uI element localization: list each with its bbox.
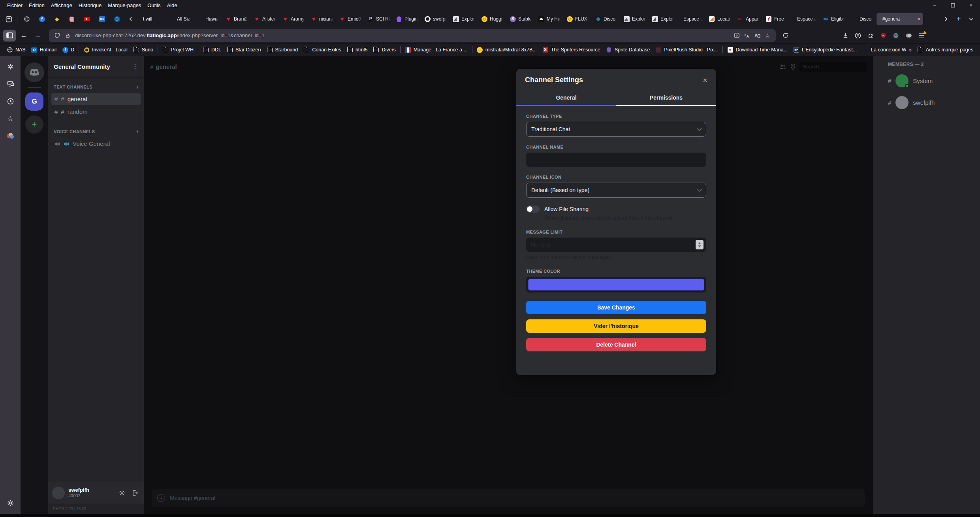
channel-name-input[interactable] (526, 153, 706, 167)
kebab-icon[interactable]: ⋮ (132, 63, 138, 70)
bookmark-item[interactable]: ☺mistralai/Mixtral-8x7B... (474, 45, 540, 55)
settings-gear-icon[interactable] (117, 488, 127, 498)
pinned-tab-worm[interactable] (66, 13, 78, 25)
tab[interactable]: t will (137, 13, 166, 25)
downloads-icon[interactable] (839, 30, 852, 42)
reader-icon[interactable]: A? (752, 30, 762, 41)
tab-close-icon[interactable]: × (917, 16, 920, 22)
theme-color-input[interactable] (526, 277, 706, 292)
bookmark-item[interactable]: EFL'Encyclopédie Fantast... (790, 45, 860, 55)
menu-fichier[interactable]: Fichier (4, 1, 26, 9)
theme-color-swatch[interactable] (528, 279, 704, 291)
url-bar[interactable]: discord-like-php-chat-7262.dev.flatlogic… (49, 29, 776, 42)
add-channel-button[interactable]: + (136, 84, 139, 90)
new-tab-button[interactable]: + (952, 13, 965, 25)
tab[interactable]: Espace abo (791, 13, 820, 25)
server-icon-active[interactable]: G (25, 92, 43, 111)
pinned-tab-facebook[interactable]: f (36, 13, 48, 25)
color-circles-icon[interactable] (4, 130, 17, 142)
modal-tab-permissions[interactable]: Permissions (616, 90, 716, 105)
bookmark-item[interactable]: SThe Spriters Resource (540, 45, 603, 55)
pinned-tab-dsm[interactable]: DSM (96, 13, 108, 25)
tab[interactable]: ☺Huggi (478, 13, 507, 25)
member-row-system[interactable]: #System (888, 74, 980, 87)
tab[interactable]: ♥Aromy (279, 13, 308, 25)
bookmark-star-icon[interactable]: ☆ (762, 30, 773, 41)
bookmark-item[interactable]: InvokeAI - Local (81, 45, 130, 55)
bookmark-folder[interactable]: Star Citizen (224, 45, 264, 55)
bookmark-item[interactable]: Mariage - La France à ... (402, 45, 470, 55)
tab[interactable]: SStable (507, 13, 535, 25)
bookmark-folder[interactable]: Divers (370, 45, 398, 55)
close-icon[interactable]: × (703, 76, 707, 84)
sidebar-toggle-icon[interactable] (3, 30, 16, 42)
pinned-tab-diamond[interactable]: ◆ (51, 13, 63, 25)
pinned-tab-youtube[interactable]: ▶ (81, 13, 93, 25)
menu-aide[interactable]: Aide (164, 1, 180, 9)
menu-marquepages[interactable]: Marque-pages (105, 1, 144, 9)
bookmark-item[interactable]: NAS (4, 45, 28, 55)
tab[interactable]: ♥Emie0 (336, 13, 365, 25)
tab[interactable]: fFree : (763, 13, 791, 25)
pinned-tab-globe[interactable] (21, 13, 33, 25)
chevron-left-icon[interactable] (124, 13, 137, 25)
member-row-swefpifh[interactable]: #swefpifh (888, 96, 980, 109)
bookmark-item[interactable]: ♥Download Time Mana... (724, 45, 790, 55)
tab[interactable]: Discor (848, 13, 877, 25)
tab[interactable]: Explor (450, 13, 478, 25)
tab[interactable]: ♥niciara (308, 13, 336, 25)
history-clock-icon[interactable] (4, 96, 17, 107)
channel-type-select[interactable]: Traditional Chat (526, 122, 706, 137)
tab[interactable]: ☺FLUX.2 (564, 13, 592, 25)
reload-icon[interactable] (779, 30, 792, 42)
bookmark-folder[interactable]: Conan Exiles (301, 45, 344, 55)
tab[interactable]: Explor (621, 13, 649, 25)
bookmark-folder[interactable]: DDL (200, 45, 224, 55)
bookmarks-star-icon[interactable]: ☆ (4, 113, 17, 124)
tab-active[interactable]: #genera× (877, 13, 923, 25)
tab[interactable]: Locati (706, 13, 734, 25)
menu-icon[interactable] (915, 30, 927, 42)
screen-share-icon[interactable] (4, 78, 17, 89)
lock-icon[interactable] (62, 30, 73, 41)
bookmark-folder[interactable]: Suno (130, 45, 156, 55)
pinned-tab-swirl[interactable]: Ɔ (111, 13, 123, 25)
server-header[interactable]: General Community ⋮ (48, 56, 144, 77)
bookmark-item[interactable]: PixelPlush Studio - Pix... (653, 45, 720, 55)
tab[interactable]: All Siz (166, 13, 194, 25)
tab[interactable]: Hawai (194, 13, 222, 25)
channel-random[interactable]: ##random (51, 106, 141, 118)
minimize-icon[interactable]: – (925, 0, 944, 10)
vider-l-historique-button[interactable]: Vider l'historique (526, 319, 706, 333)
bookmark-folder[interactable]: Starbound (264, 45, 301, 55)
tab[interactable]: Explor (649, 13, 677, 25)
channel-icon-select[interactable]: Default (Based on type) (526, 183, 706, 198)
message-limit-input[interactable]: No limit (526, 238, 706, 252)
extensions-icon[interactable] (864, 30, 877, 42)
tab[interactable]: swefpi (421, 13, 450, 25)
ublock-icon[interactable]: uO (877, 30, 890, 42)
mask-extension-icon[interactable] (890, 30, 902, 42)
other-bookmarks-folder[interactable]: Autres marque-pages (914, 45, 976, 55)
menu-historique[interactable]: Historique (75, 1, 105, 9)
logout-icon[interactable] (130, 488, 140, 498)
tab[interactable]: ♥Alister (251, 13, 279, 25)
url-text[interactable]: discord-like-php-chat-7262.dev.flatlogic… (75, 32, 732, 38)
bookmark-item[interactable]: OHotmail (28, 45, 59, 55)
bookmark-folder[interactable]: Projet WH (160, 45, 196, 55)
firefox-view-icon[interactable] (2, 13, 15, 25)
containers-icon[interactable] (902, 30, 915, 42)
discord-logo-icon[interactable] (24, 62, 44, 82)
tab[interactable]: SLAppar (734, 13, 763, 25)
bookmark-item[interactable]: Sprite Database (603, 45, 653, 55)
tab[interactable]: Espace clie (677, 13, 706, 25)
add-channel-button[interactable]: + (136, 128, 139, 135)
tab[interactable]: Plugin (393, 13, 421, 25)
file-sharing-toggle[interactable] (526, 206, 540, 213)
bookmark-item[interactable]: fD (59, 45, 77, 55)
back-icon[interactable]: ← (17, 30, 30, 42)
modal-tab-general[interactable]: General (516, 90, 616, 105)
save-changes-button[interactable]: Save Changes (526, 301, 706, 314)
tab[interactable]: PSCI RE (365, 13, 393, 25)
menu-affichage[interactable]: Affichage (48, 1, 75, 9)
